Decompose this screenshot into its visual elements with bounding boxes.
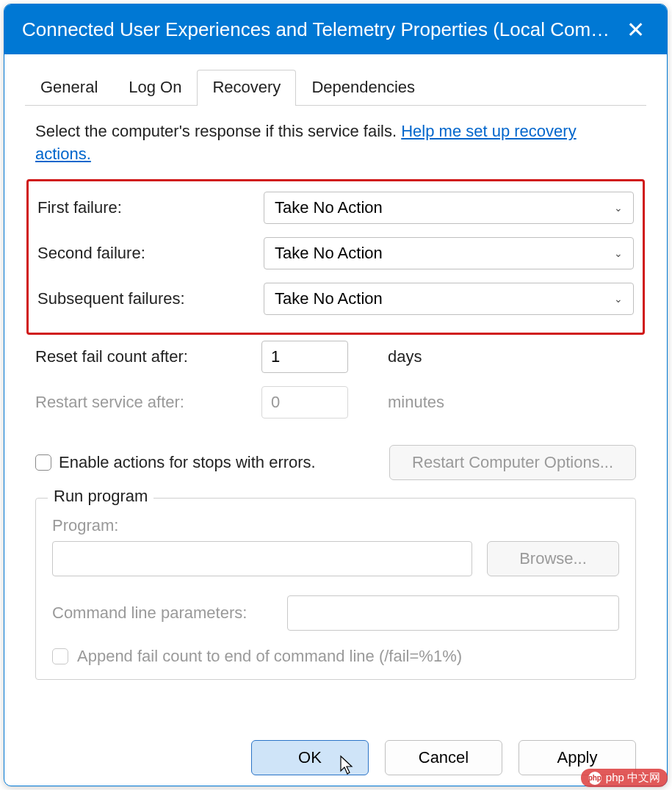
watermark-text: php 中文网 bbox=[606, 771, 660, 785]
cmd-params-input bbox=[287, 595, 619, 631]
tab-dependencies[interactable]: Dependencies bbox=[296, 70, 430, 106]
restart-service-row: Restart service after: 0 minutes bbox=[25, 386, 646, 418]
subsequent-failure-label: Subsequent failures: bbox=[37, 289, 264, 308]
enable-actions-row: Enable actions for stops with errors. Re… bbox=[25, 445, 646, 480]
second-failure-select[interactable]: Take No Action ⌄ bbox=[264, 237, 634, 269]
enable-actions-label: Enable actions for stops with errors. bbox=[59, 453, 316, 472]
program-label: Program: bbox=[52, 516, 619, 535]
subsequent-failure-select[interactable]: Take No Action ⌄ bbox=[264, 283, 634, 315]
restart-service-unit: minutes bbox=[388, 393, 444, 412]
reset-fail-label: Reset fail count after: bbox=[35, 347, 261, 366]
run-program-legend: Run program bbox=[48, 487, 153, 506]
program-input bbox=[52, 541, 472, 576]
reset-fail-value: 1 bbox=[271, 347, 280, 366]
program-row: Browse... bbox=[52, 541, 619, 576]
dialog-buttons: OK Cancel Apply bbox=[25, 722, 646, 775]
intro-text: Select the computer's response if this s… bbox=[25, 120, 646, 166]
dialog-content: General Log On Recovery Dependencies Sel… bbox=[4, 54, 667, 786]
tab-recovery[interactable]: Recovery bbox=[197, 70, 296, 106]
subsequent-failure-row: Subsequent failures: Take No Action ⌄ bbox=[37, 283, 634, 315]
intro-text-static: Select the computer's response if this s… bbox=[35, 122, 401, 140]
reset-fail-row: Reset fail count after: 1 days bbox=[25, 341, 646, 373]
restart-service-value: 0 bbox=[271, 393, 280, 412]
tabstrip: General Log On Recovery Dependencies bbox=[25, 69, 646, 106]
run-program-group: Run program Program: Browse... Command l… bbox=[35, 498, 636, 680]
subsequent-failure-value: Take No Action bbox=[275, 289, 383, 308]
chevron-down-icon: ⌄ bbox=[614, 202, 623, 214]
cmd-params-label: Command line parameters: bbox=[52, 604, 272, 623]
second-failure-value: Take No Action bbox=[275, 244, 383, 263]
properties-dialog: Connected User Experiences and Telemetry… bbox=[4, 4, 668, 786]
close-icon[interactable]: ✕ bbox=[617, 11, 654, 48]
second-failure-row: Second failure: Take No Action ⌄ bbox=[37, 237, 634, 269]
cancel-button[interactable]: Cancel bbox=[385, 740, 502, 775]
restart-service-input: 0 bbox=[261, 386, 348, 418]
window-title: Connected User Experiences and Telemetry… bbox=[22, 18, 617, 41]
first-failure-value: Take No Action bbox=[275, 198, 383, 217]
chevron-down-icon: ⌄ bbox=[614, 293, 623, 305]
first-failure-select[interactable]: Take No Action ⌄ bbox=[264, 192, 634, 224]
titlebar: Connected User Experiences and Telemetry… bbox=[4, 4, 667, 54]
tab-general[interactable]: General bbox=[25, 70, 113, 106]
browse-button: Browse... bbox=[487, 541, 619, 576]
php-icon: php bbox=[588, 772, 601, 785]
first-failure-row: First failure: Take No Action ⌄ bbox=[37, 192, 634, 224]
ok-button[interactable]: OK bbox=[251, 740, 369, 775]
cmd-params-row: Command line parameters: bbox=[52, 595, 619, 631]
enable-actions-checkbox[interactable] bbox=[35, 454, 51, 471]
append-fail-label: Append fail count to end of command line… bbox=[77, 647, 462, 666]
first-failure-label: First failure: bbox=[37, 198, 264, 217]
restart-service-label: Restart service after: bbox=[35, 393, 261, 412]
second-failure-label: Second failure: bbox=[37, 244, 264, 263]
append-fail-checkbox bbox=[52, 648, 68, 664]
reset-fail-unit: days bbox=[388, 347, 422, 366]
watermark: php php 中文网 bbox=[581, 769, 668, 787]
chevron-down-icon: ⌄ bbox=[614, 247, 623, 259]
reset-fail-input[interactable]: 1 bbox=[261, 341, 348, 373]
failure-actions-highlight: First failure: Take No Action ⌄ Second f… bbox=[26, 179, 645, 335]
append-fail-row: Append fail count to end of command line… bbox=[52, 647, 619, 666]
restart-computer-options-button: Restart Computer Options... bbox=[389, 445, 636, 480]
tab-log-on[interactable]: Log On bbox=[113, 70, 197, 106]
